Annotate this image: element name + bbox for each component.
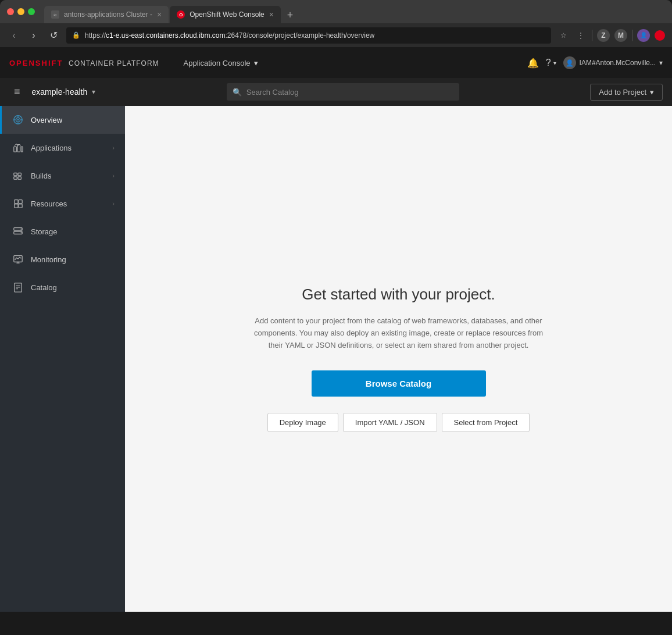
close-window-button[interactable] [7, 8, 14, 15]
m-extension-icon[interactable]: M [614, 29, 627, 42]
sidebar-item-monitoring[interactable]: Monitoring [0, 245, 125, 273]
user-avatar: 👤 [563, 56, 576, 69]
search-input[interactable] [246, 88, 453, 97]
project-selector[interactable]: example-health ▾ [32, 87, 96, 97]
deploy-image-button[interactable]: Deploy Image [267, 413, 338, 432]
notification-dot [655, 30, 665, 41]
browser-tab-openshift[interactable]: O OpenShift Web Console × [170, 6, 281, 23]
sidebar-item-overview[interactable]: Overview [0, 106, 125, 134]
os-sidebar: Overview Applications › [0, 106, 125, 612]
url-display: https://c1-e.us-east.containers.cloud.ib… [85, 31, 374, 40]
lock-icon: 🔒 [72, 31, 80, 39]
get-started-description: Add content to your project from the cat… [248, 315, 550, 351]
svg-rect-10 [14, 173, 17, 176]
help-button[interactable]: ? ▾ [546, 58, 556, 68]
cluster-favicon: ≈ [51, 10, 59, 19]
reload-button[interactable]: ↺ [47, 30, 60, 41]
svg-rect-11 [14, 177, 17, 180]
svg-rect-16 [19, 200, 22, 204]
browser-actions: ☆ ⋮ Z M 👤 [557, 29, 665, 42]
new-tab-button[interactable]: + [282, 7, 298, 23]
separator-2 [632, 30, 632, 41]
svg-rect-13 [18, 177, 21, 180]
sidebar-item-storage[interactable]: Storage [0, 217, 125, 245]
user-menu-button[interactable]: 👤 IAM#Anton.McConville... ▾ [563, 56, 663, 69]
browser-address-bar: ‹ › ↺ 🔒 https://c1-e.us-east.containers.… [0, 23, 672, 48]
browser-tabs: ≈ antons-applications Cluster - × O Open… [44, 0, 665, 23]
svg-rect-8 [17, 145, 20, 152]
os-content: Get started with your project. Add conte… [125, 106, 672, 612]
svg-rect-7 [14, 147, 17, 152]
sidebar-item-resources[interactable]: Resources › [0, 190, 125, 217]
sidebar-applications-label: Applications [31, 144, 105, 152]
forward-button[interactable]: › [27, 30, 41, 41]
catalog-search[interactable]: 🔍 [227, 83, 459, 101]
sidebar-catalog-label: Catalog [31, 283, 115, 292]
svg-rect-17 [19, 204, 22, 208]
svg-rect-9 [21, 147, 23, 152]
os-logo-text: OPENSHIFT CONTAINER PLATFORM [9, 59, 159, 67]
svg-point-21 [21, 232, 22, 233]
add-to-project-button[interactable]: Add to Project ▾ [590, 84, 663, 101]
svg-rect-14 [15, 200, 18, 204]
action-buttons: Deploy Image Import YAML / JSON Select f… [248, 413, 550, 432]
openshift-favicon: O [177, 10, 185, 19]
sidebar-item-applications[interactable]: Applications › [0, 134, 125, 162]
builds-icon [12, 170, 24, 181]
sidebar-storage-label: Storage [31, 227, 115, 236]
add-to-project-label: Add to Project [599, 88, 646, 97]
os-main: Overview Applications › [0, 106, 672, 612]
cluster-tab-close[interactable]: × [157, 10, 162, 19]
project-chevron: ▾ [92, 88, 95, 96]
browser-window: ≈ antons-applications Cluster - × O Open… [0, 0, 672, 612]
monitoring-icon [12, 254, 24, 265]
browser-tab-cluster[interactable]: ≈ antons-applications Cluster - × [44, 6, 169, 23]
search-icon: 🔍 [233, 88, 242, 97]
overview-icon [12, 114, 24, 126]
traffic-lights [7, 8, 35, 15]
openshift-tab-label: OpenShift Web Console [190, 10, 264, 19]
openshift-application: OPENSHIFT CONTAINER PLATFORM Application… [0, 48, 672, 612]
sidebar-overview-label: Overview [31, 116, 115, 124]
browser-title-bar: ≈ antons-applications Cluster - × O Open… [0, 0, 672, 23]
svg-rect-15 [15, 204, 18, 208]
os-logo: OPENSHIFT CONTAINER PLATFORM [9, 59, 159, 67]
bookmark-icon[interactable]: ☆ [557, 29, 570, 42]
sidebar-resources-label: Resources [31, 199, 105, 208]
user-label: IAM#Anton.McConville... [580, 59, 656, 67]
profile-icon[interactable]: 👤 [637, 29, 650, 42]
os-navbar-right: 🔔 ? ▾ 👤 IAM#Anton.McConville... ▾ [527, 56, 663, 69]
get-started-card: Get started with your project. Add conte… [224, 262, 573, 455]
minimize-window-button[interactable] [17, 8, 24, 15]
hamburger-menu-button[interactable]: ≡ [9, 84, 25, 101]
separator [592, 30, 592, 41]
import-yaml-button[interactable]: Import YAML / JSON [343, 413, 437, 432]
cluster-tab-label: antons-applications Cluster - [64, 10, 152, 19]
sidebar-monitoring-label: Monitoring [31, 255, 115, 264]
builds-chevron: › [112, 172, 115, 179]
get-started-title: Get started with your project. [248, 286, 550, 304]
storage-icon [12, 226, 24, 237]
z-extension-icon[interactable]: Z [597, 29, 610, 42]
svg-point-20 [21, 229, 22, 230]
notification-bell-button[interactable]: 🔔 [527, 58, 539, 69]
console-selector[interactable]: Application Console ▾ [178, 55, 264, 71]
project-name: example-health [32, 87, 88, 97]
sidebar-item-catalog[interactable]: Catalog [0, 273, 125, 301]
os-secondary-bar: ≡ example-health ▾ 🔍 Add to Project ▾ [0, 78, 672, 106]
address-field[interactable]: 🔒 https://c1-e.us-east.containers.cloud.… [66, 27, 551, 44]
select-from-project-button[interactable]: Select from Project [442, 413, 530, 432]
svg-point-2 [17, 119, 19, 121]
browser-menu-icon[interactable]: ⋮ [574, 29, 587, 42]
svg-rect-12 [18, 173, 21, 176]
resources-icon [12, 198, 24, 209]
back-button[interactable]: ‹ [7, 30, 21, 41]
sidebar-builds-label: Builds [31, 172, 105, 180]
sidebar-item-builds[interactable]: Builds › [0, 162, 125, 190]
applications-chevron: › [112, 144, 115, 151]
maximize-window-button[interactable] [28, 8, 35, 15]
openshift-tab-close[interactable]: × [269, 10, 274, 19]
browse-catalog-button[interactable]: Browse Catalog [312, 370, 486, 397]
add-to-project-chevron: ▾ [650, 88, 654, 97]
user-chevron: ▾ [659, 59, 663, 67]
